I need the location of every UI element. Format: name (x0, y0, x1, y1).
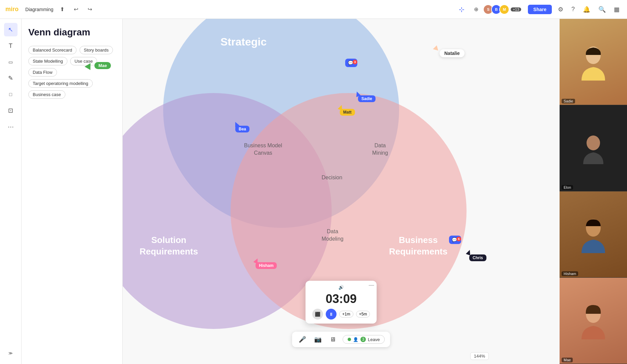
main-canvas[interactable]: Strategic SolutionRequirements BusinessR… (123, 19, 560, 364)
timer-widget: — 🔊 03:09 ⬛ ⏸ +1m +5m (305, 281, 377, 324)
sadie-cursor: Sadie (355, 91, 360, 96)
bea-label: Bea (235, 126, 249, 132)
chris-label: Chris (469, 254, 486, 261)
sadie-person-svg (580, 43, 607, 81)
tag-story-boards[interactable]: Story boards (80, 46, 113, 54)
video-name-mae: Mae (562, 358, 573, 362)
data-modeling-label: DataModeling (322, 228, 344, 243)
meeting-bar: 🎤 📷 🖥 👤 3 Leave (292, 332, 390, 347)
leave-label: Leave (368, 337, 380, 342)
tag-state-modelling[interactable]: State Modelling (28, 57, 67, 65)
timer-speaker-icon: 🔊 (338, 285, 344, 290)
data-mining-label: DataMining (372, 142, 388, 157)
video-name-elon: Elon (562, 185, 573, 190)
collaborator-avatars: S B M +13 (485, 4, 521, 14)
video-name-hisham: Hisham (562, 271, 578, 276)
chat-count-3: 3 (353, 60, 357, 64)
tag-data-flow[interactable]: Data Flow (28, 68, 57, 77)
diagram-panel: Venn diagram Balanced Scorecard Story bo… (22, 19, 123, 364)
timer-display: 03:09 (312, 292, 370, 306)
decision-label: Decision (322, 174, 342, 181)
timer-minutes: 03 (326, 292, 339, 306)
tool-text[interactable]: T (4, 39, 18, 53)
zoom-fit-button[interactable]: ⊕ (471, 5, 481, 14)
notification-icon[interactable]: 🔔 (581, 4, 592, 15)
bea-cursor: Bea (234, 122, 239, 127)
undo-button[interactable]: ↩ (71, 5, 81, 14)
tool-sticky[interactable]: ▭ (4, 55, 18, 69)
chat-bubble-business[interactable]: 💬 6 (449, 236, 461, 244)
svg-point-1 (587, 135, 600, 150)
timer-close-button[interactable]: — (369, 282, 374, 288)
redo-button[interactable]: ↪ (85, 5, 95, 14)
video-tile-elon: Elon (560, 105, 627, 191)
timer-colon: : (339, 292, 343, 306)
natalie-label: Natalie (440, 49, 465, 57)
solution-label: SolutionRequirements (140, 235, 198, 257)
avatar-count: +13 (511, 7, 521, 11)
topbar: miro Diagramming ⬆ ↩ ↪ ⊹ ⊕ S B M +13 Sha… (0, 0, 627, 19)
hisham-label: Hisham (256, 262, 277, 269)
business-model-canvas-label: Business ModelCanvas (244, 142, 282, 157)
matt-label: Matt (340, 109, 355, 116)
people-count: 3 (360, 337, 366, 342)
tool-more[interactable]: ⋯ (4, 120, 18, 133)
apps-icon[interactable]: ▦ (612, 4, 622, 15)
sadie-label: Sadie (358, 95, 376, 102)
cam-button[interactable]: 📷 (313, 334, 323, 344)
video-tile-sadie: Sadie (560, 19, 627, 105)
right-video-panel: Sadie Elon Hisham (560, 19, 627, 364)
tag-target-operating[interactable]: Target operatoring modelling (28, 79, 93, 88)
strategic-label: Strategic (220, 36, 267, 48)
timer-add5m-button[interactable]: +5m (356, 311, 370, 317)
matt-cursor: Matt (338, 105, 343, 110)
timer-stop-button[interactable]: ⬛ (312, 309, 323, 320)
tool-cursor[interactable]: ↖ (4, 23, 18, 36)
help-icon[interactable]: ? (569, 4, 577, 15)
mae-cursor-area: Mae (86, 62, 111, 69)
timer-pause-button[interactable]: ⏸ (326, 309, 336, 320)
panel-title: Venn diagram (28, 27, 116, 38)
business-label: BusinessRequirements (389, 235, 447, 257)
video-name-sadie: Sadie (562, 99, 575, 103)
tool-pen[interactable]: ✎ (4, 71, 18, 85)
tag-balanced-scorecard[interactable]: Balanced Scorecard (28, 46, 77, 54)
screen-button[interactable]: 🖥 (328, 335, 337, 344)
cursor-mode-button[interactable]: ⊹ (456, 4, 467, 15)
tag-list: Balanced Scorecard Story boards State Mo… (28, 44, 116, 100)
avatar-3: M (499, 4, 509, 14)
video-tile-hisham: Hisham (560, 191, 627, 278)
share-button[interactable]: Share (528, 5, 552, 14)
chat-bubble-strategic[interactable]: 💬 3 (345, 59, 357, 67)
video-tile-mae: Mae (560, 278, 627, 364)
timer-seconds: 09 (343, 292, 357, 306)
tag-business-case[interactable]: Business case (28, 90, 65, 99)
chris-cursor: Chris (467, 250, 471, 255)
search-icon[interactable]: 🔍 (596, 4, 608, 15)
hisham-cursor: Hisham (254, 258, 259, 263)
people-leave-button[interactable]: 👤 3 Leave (342, 335, 385, 344)
sidebar-expand-button[interactable]: ≫ (4, 346, 18, 360)
hisham-person-svg (580, 216, 607, 253)
people-dot (348, 338, 351, 341)
mae-cursor-icon (85, 61, 93, 70)
natalie-cursor (432, 45, 438, 52)
tool-frame[interactable]: ⊡ (4, 104, 18, 117)
timer-add1m-button[interactable]: +1m (339, 311, 353, 317)
mic-button[interactable]: 🎤 (297, 334, 307, 344)
board-title: Diagramming (25, 7, 53, 12)
left-sidebar: ↖ T ▭ ✎ □ ⊡ ⋯ ≫ (0, 19, 22, 364)
zoom-indicator: 144% (470, 352, 489, 360)
elon-person-svg (581, 132, 605, 164)
tool-comment[interactable]: □ (4, 88, 18, 101)
mae-label: Mae (94, 62, 111, 69)
mae-person-svg (580, 302, 607, 339)
chat-count-6: 6 (456, 237, 461, 241)
miro-logo: miro (5, 6, 19, 13)
grid-icon[interactable]: ⚙ (556, 4, 565, 15)
people-icon: 👤 (353, 337, 358, 342)
export-button[interactable]: ⬆ (57, 5, 67, 14)
